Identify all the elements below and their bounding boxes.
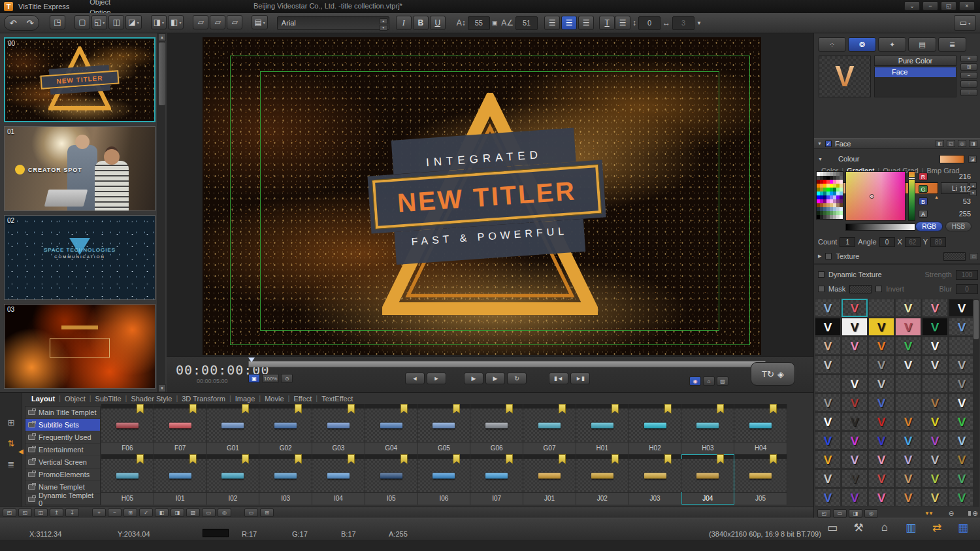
scroll-down-icon[interactable]: ▼ bbox=[158, 384, 166, 392]
letter-style-swatch[interactable]: V bbox=[949, 431, 975, 450]
letter-style-swatch[interactable]: V bbox=[815, 356, 841, 374]
letter-style-swatch[interactable]: V bbox=[949, 356, 975, 374]
align-right-button[interactable]: ☰ bbox=[578, 16, 594, 30]
letter-style-swatch[interactable]: V bbox=[949, 393, 975, 412]
letter-style-swatch[interactable]: V bbox=[868, 412, 894, 431]
close-button[interactable]: × bbox=[959, 1, 975, 10]
category-vertical-screen[interactable]: Vertical Screen bbox=[25, 456, 100, 469]
save-button[interactable]: ◫ bbox=[108, 15, 124, 29]
library-tab-object[interactable]: Object bbox=[61, 394, 90, 403]
play-from-start-button[interactable]: ▶ bbox=[485, 373, 505, 384]
face-section-header[interactable]: ▼ ✓ Face ◧◱◎◨ bbox=[814, 138, 980, 149]
preview-canvas[interactable]: INTEGRATED NEW TITLER FAST & POWERFUL bbox=[203, 37, 761, 355]
hsb-mode-button[interactable]: HSB bbox=[945, 222, 972, 231]
import-button[interactable]: ◨▾ bbox=[151, 15, 167, 29]
texture-options-icon[interactable]: □ bbox=[970, 253, 978, 260]
letter-style-swatch[interactable]: V bbox=[815, 393, 841, 412]
external-display-icon[interactable]: ▭ bbox=[825, 521, 840, 535]
template-h03[interactable]: H03 bbox=[681, 404, 734, 454]
letter-style-swatch[interactable]: V bbox=[922, 318, 948, 336]
scrubber-track[interactable] bbox=[248, 361, 766, 367]
add-title-button[interactable]: ▱ bbox=[193, 15, 208, 29]
brightness-bar[interactable] bbox=[845, 224, 915, 231]
x-value[interactable]: 62 bbox=[905, 237, 921, 247]
letter-style-swatch[interactable]: V bbox=[949, 375, 975, 393]
zoom-in-icon[interactable]: ⊕ bbox=[972, 510, 977, 517]
template-j04[interactable]: J04 bbox=[681, 454, 734, 505]
copy-style-icon[interactable]: ◧ bbox=[936, 140, 944, 147]
redo-button[interactable]: ↷ bbox=[22, 16, 39, 30]
category-subtitle-sets[interactable]: Subtitle Sets bbox=[25, 419, 100, 431]
collapse-button[interactable]: ⌄ bbox=[904, 1, 920, 10]
dropdown-arrow-icon[interactable]: ▾ bbox=[162, 20, 164, 25]
template-g01[interactable]: G01 bbox=[207, 404, 260, 454]
letter-style-swatch[interactable]: V bbox=[922, 450, 948, 469]
style-new-button[interactable]: ◰ bbox=[817, 509, 831, 518]
hue-thumb[interactable] bbox=[908, 177, 915, 180]
home-icon[interactable]: ⌂ bbox=[877, 521, 892, 535]
new-document-button[interactable]: ▢ bbox=[74, 15, 90, 29]
angle-value[interactable]: 0 bbox=[879, 237, 895, 247]
red-value[interactable]: 216 bbox=[959, 173, 979, 180]
styles-scrollbar[interactable] bbox=[973, 299, 979, 507]
menu-object[interactable]: Object bbox=[84, 0, 116, 7]
inspector-tab-template-page[interactable]: ▤ bbox=[908, 37, 936, 52]
letter-style-swatch[interactable]: V bbox=[841, 393, 868, 412]
template-f07[interactable]: F07 bbox=[154, 404, 207, 454]
letter-style-swatch[interactable]: V bbox=[815, 299, 841, 317]
library-tab-movie[interactable]: Movie bbox=[261, 394, 287, 403]
flip-horizontal-button[interactable]: ◧ bbox=[155, 509, 169, 517]
letter-style-swatch[interactable]: V bbox=[868, 375, 894, 393]
output-monitor-button[interactable]: ▭▾ bbox=[954, 15, 976, 31]
expand-triangle-icon[interactable]: ▶ bbox=[818, 254, 821, 259]
rgb-channels-button[interactable]: ◉ bbox=[689, 376, 701, 386]
letter-style-swatch[interactable]: V bbox=[895, 431, 921, 450]
letter-style-swatch[interactable]: V bbox=[895, 393, 921, 412]
face-enabled-checkbox[interactable]: ✓ bbox=[825, 141, 832, 147]
underline-button[interactable]: U bbox=[430, 16, 446, 30]
group-objects-button[interactable]: ⊞ bbox=[123, 509, 137, 517]
play-button[interactable]: ▶ bbox=[464, 373, 483, 384]
letter-style-swatch[interactable]: V bbox=[895, 299, 921, 317]
template-i02[interactable]: I02 bbox=[207, 454, 260, 505]
library-tab-effect[interactable]: Effect bbox=[289, 394, 316, 403]
letter-style-swatch[interactable]: V bbox=[815, 431, 841, 450]
template-h02[interactable]: H02 bbox=[629, 404, 682, 454]
color-palette[interactable] bbox=[816, 171, 843, 220]
playhead-marker[interactable] bbox=[248, 358, 255, 362]
fit-view[interactable]: ▣ bbox=[248, 374, 260, 383]
italic-button[interactable]: I bbox=[396, 16, 412, 30]
style-options-button[interactable]: ◎ bbox=[864, 509, 878, 518]
letter-style-swatch[interactable]: V bbox=[815, 318, 841, 336]
shade-object-button[interactable]: ▧ bbox=[186, 509, 200, 517]
letter-style-swatch[interactable]: V bbox=[949, 299, 975, 317]
raise-object-button[interactable]: ↥ bbox=[50, 509, 63, 517]
letter-style-swatch[interactable]: V bbox=[922, 431, 948, 450]
mask-checkbox[interactable] bbox=[818, 286, 825, 292]
library-tab-texteffect[interactable]: TextEffect bbox=[318, 394, 357, 403]
inspector-tab-effects-wand[interactable]: ✦ bbox=[878, 37, 906, 52]
lower-object-button[interactable]: ↧ bbox=[65, 509, 79, 517]
letter-style-swatch[interactable]: V bbox=[922, 469, 948, 488]
strength-value[interactable]: 100 bbox=[956, 270, 978, 280]
align-center-button[interactable]: ☰ bbox=[561, 16, 577, 30]
frame-object-button[interactable]: ▭ bbox=[202, 509, 216, 517]
letter-style-swatch[interactable]: V bbox=[949, 450, 975, 469]
alpha-value[interactable]: 255 bbox=[959, 210, 979, 218]
letter-style-swatch[interactable]: V bbox=[841, 375, 868, 393]
zoom-out-icon[interactable]: ⊖ bbox=[949, 510, 954, 517]
blue-value[interactable]: 53 bbox=[963, 197, 979, 205]
letter-style-swatch[interactable]: V bbox=[895, 469, 921, 488]
inspector-tab-select-tool[interactable]: ⁘ bbox=[818, 37, 846, 52]
template-g02[interactable]: G02 bbox=[259, 404, 312, 454]
category-frequently-used[interactable]: Frequently Used bbox=[25, 431, 100, 444]
scrollbar-thumb[interactable] bbox=[973, 300, 979, 339]
letter-style-swatch[interactable]: V bbox=[815, 337, 841, 355]
letter-style-swatch[interactable]: V bbox=[922, 488, 948, 507]
library-tab-shader-style[interactable]: Shader Style bbox=[127, 394, 176, 403]
color-picker-dot[interactable] bbox=[870, 194, 874, 199]
hue-slider[interactable] bbox=[908, 171, 915, 221]
hierarchy-view-icon[interactable]: ⊞ bbox=[5, 418, 18, 427]
line-style-button[interactable]: ☰ bbox=[615, 16, 630, 30]
publish-button[interactable]: ◳ bbox=[50, 15, 65, 29]
